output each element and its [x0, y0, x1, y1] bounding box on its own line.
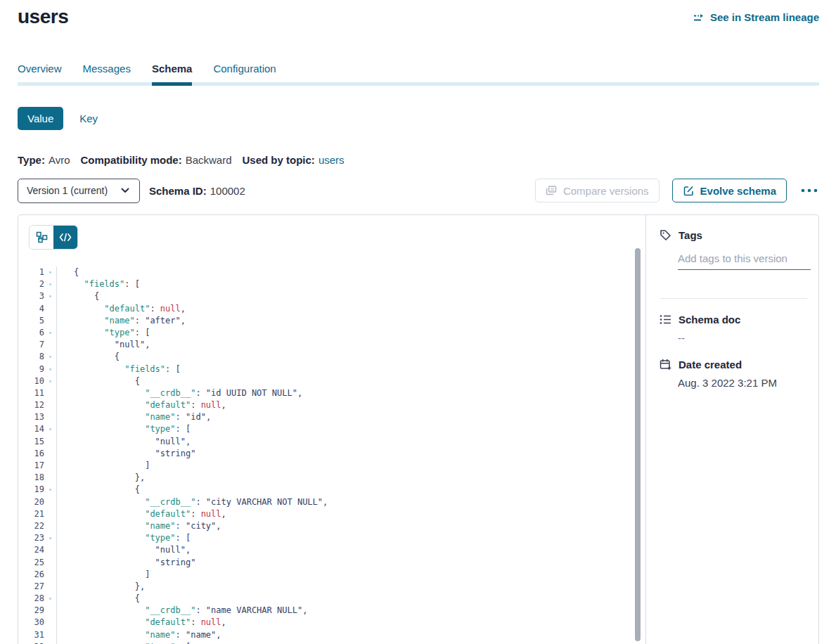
schema-meta-row: Type: Avro Compatibility mode: Backward … [18, 154, 345, 166]
schema-id-value: 100002 [210, 185, 245, 197]
fold-toggle-icon[interactable]: ▾ [44, 532, 56, 544]
fold-toggle-icon[interactable]: ▾ [44, 423, 56, 435]
line-number: 24 [18, 544, 44, 556]
fold-spacer [44, 411, 56, 423]
fold-spacer [44, 508, 56, 520]
line-number: 11 [18, 387, 44, 399]
fold-toggle-icon[interactable]: ▾ [44, 266, 56, 278]
value-key-toggle: Value Key [18, 107, 98, 130]
code-line: 13 "name": "id", [18, 411, 634, 423]
code-line: 12 "default": null, [18, 399, 634, 411]
line-number: 7 [18, 339, 44, 351]
line-number: 4 [18, 303, 44, 315]
line-number: 26 [18, 569, 44, 581]
stream-lineage-icon [693, 13, 705, 22]
schema-doc-title: Schema doc [679, 314, 740, 326]
used-by-topic-link[interactable]: users [319, 154, 345, 166]
line-number: 9 [18, 363, 44, 375]
code-line: 18 }, [18, 472, 634, 484]
tab-bar: Overview Messages Schema Configuration [18, 63, 819, 86]
value-toggle-button[interactable]: Value [18, 107, 63, 130]
fold-toggle-icon[interactable]: ▾ [44, 351, 56, 363]
line-number: 15 [18, 436, 44, 448]
schema-editor: 1▾{2▾ "fields": [3▾ {4 "default": null,5… [18, 215, 646, 644]
edit-icon [683, 186, 695, 196]
fold-toggle-icon[interactable]: ▾ [44, 375, 56, 387]
code-line: 17 ] [18, 460, 634, 472]
line-number: 31 [18, 629, 44, 641]
schema-doc-section: Schema doc -- [660, 314, 807, 344]
fold-toggle-icon[interactable]: ▾ [44, 641, 56, 644]
code-line: 10▾ { [18, 375, 634, 387]
tree-view-button[interactable] [30, 226, 53, 249]
schema-doc-value: -- [678, 332, 807, 344]
fold-spacer [44, 557, 56, 569]
schema-page: users See in Stream lineage Overview Mes… [0, 0, 836, 644]
code-line: 3▾ { [18, 290, 634, 302]
see-in-stream-lineage-link[interactable]: See in Stream lineage [693, 11, 819, 23]
code-line: 4 "default": null, [18, 303, 634, 315]
compare-versions-icon [546, 186, 558, 195]
fold-spacer [44, 605, 56, 617]
code-line: 25 "string" [18, 557, 634, 569]
date-created-section: Date created Aug. 3 2022 3:21 PM [660, 359, 807, 389]
editor-scrollbar[interactable] [635, 248, 641, 641]
line-number: 29 [18, 605, 44, 617]
line-number: 1 [18, 266, 44, 278]
code-line: 24 "null", [18, 544, 634, 556]
code-view-button[interactable] [53, 226, 77, 249]
fold-toggle-icon[interactable]: ▾ [44, 363, 56, 375]
more-options-button[interactable] [799, 186, 819, 195]
fold-spacer [44, 399, 56, 411]
line-number: 5 [18, 315, 44, 327]
controls-row: Version 1 (current) Schema ID: 100002 [18, 178, 819, 203]
schema-id-label: Schema ID: [149, 185, 207, 197]
version-select[interactable]: Version 1 (current) [18, 179, 140, 203]
fold-spacer [44, 520, 56, 532]
code-line: 7 "null", [18, 339, 634, 351]
code-lines[interactable]: 1▾{2▾ "fields": [3▾ {4 "default": null,5… [18, 262, 634, 644]
line-number: 12 [18, 399, 44, 411]
code-line: 15 "null", [18, 436, 634, 448]
line-number: 32 [18, 641, 44, 644]
line-number: 21 [18, 508, 44, 520]
line-number: 27 [18, 581, 44, 593]
key-toggle-button[interactable]: Key [79, 112, 98, 124]
code-line: 30 "default": null, [18, 617, 634, 629]
evolve-schema-button[interactable]: Evolve schema [672, 179, 787, 202]
line-number: 6 [18, 327, 44, 339]
fold-spacer [44, 460, 56, 472]
code-line: 2▾ "fields": [ [18, 278, 634, 290]
fold-toggle-icon[interactable]: ▾ [44, 593, 56, 605]
tags-title: Tags [679, 229, 702, 241]
fold-spacer [44, 472, 56, 484]
line-number: 17 [18, 460, 44, 472]
code-line: 32▾ "type": [ [18, 641, 634, 644]
schema-sidebar: Tags Schema doc -- [647, 215, 818, 644]
used-by-topic-label: Used by topic: [243, 154, 315, 166]
fold-spacer [44, 496, 56, 508]
tab-schema[interactable]: Schema [152, 63, 193, 86]
code-view-icon [59, 233, 72, 242]
fold-toggle-icon[interactable]: ▾ [44, 290, 56, 302]
code-line: 6▾ "type": [ [18, 327, 634, 339]
fold-spacer [44, 436, 56, 448]
evolve-schema-label: Evolve schema [700, 185, 776, 197]
schema-id: Schema ID: 100002 [149, 185, 245, 197]
fold-toggle-icon[interactable]: ▾ [44, 484, 56, 496]
page-title: users [18, 6, 68, 28]
fold-spacer [44, 581, 56, 593]
fold-toggle-icon[interactable]: ▾ [44, 278, 56, 290]
code-line: 21 "default": null, [18, 508, 634, 520]
editor-view-toggle [29, 225, 78, 250]
add-tags-input[interactable] [678, 252, 811, 270]
line-number: 20 [18, 496, 44, 508]
tab-underline-track [18, 82, 819, 86]
line-number: 30 [18, 617, 44, 629]
fold-spacer [44, 448, 56, 460]
line-number: 10 [18, 375, 44, 387]
line-number: 2 [18, 278, 44, 290]
fold-toggle-icon[interactable]: ▾ [44, 327, 56, 339]
date-created-title: Date created [679, 359, 742, 371]
compare-versions-button[interactable]: Compare versions [535, 179, 660, 202]
